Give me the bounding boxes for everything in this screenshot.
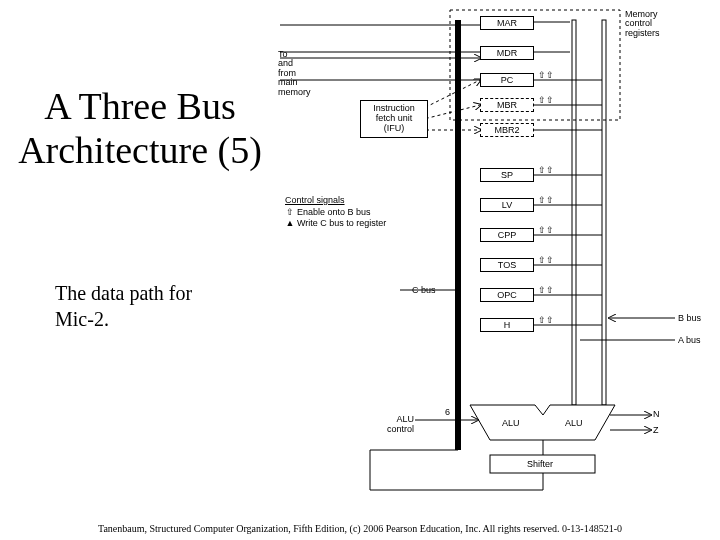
reg-mbr: MBR xyxy=(480,98,534,112)
reg-h: H xyxy=(480,318,534,332)
legend-write: Write C bus to register xyxy=(297,218,386,228)
svg-rect-1 xyxy=(455,20,461,450)
reg-mbr2: MBR2 xyxy=(480,123,534,137)
alu-label-right: ALU xyxy=(565,418,583,428)
svg-text:⇧⇧: ⇧⇧ xyxy=(538,315,554,325)
legend-enable: Enable onto B bus xyxy=(297,207,371,217)
shifter-label: Shifter xyxy=(527,459,553,469)
svg-text:⇧⇧: ⇧⇧ xyxy=(538,285,554,295)
reg-pc: PC xyxy=(480,73,534,87)
reg-sp: SP xyxy=(480,168,534,182)
reg-tos: TOS xyxy=(480,258,534,272)
svg-text:⇧⇧: ⇧⇧ xyxy=(538,255,554,265)
datapath-diagram: 6 ⇧⇧⇧⇧ ⇧⇧⇧⇧ xyxy=(280,0,720,500)
ifu-box: Instruction fetch unit (IFU) xyxy=(360,100,428,138)
svg-text:⇧⇧: ⇧⇧ xyxy=(538,165,554,175)
svg-rect-0 xyxy=(450,10,620,120)
a-bus-label: A bus xyxy=(678,335,701,345)
reg-mdr: MDR xyxy=(480,46,534,60)
alu-control-label: ALU control xyxy=(380,414,414,434)
alu-flag-z: Z xyxy=(653,425,659,435)
svg-text:⇧⇧: ⇧⇧ xyxy=(538,225,554,235)
mcr-l3: registers xyxy=(625,28,660,38)
up-arrow-open-icon: ⇧ xyxy=(285,207,295,219)
ifu-l2: fetch unit xyxy=(376,113,413,123)
svg-text:6: 6 xyxy=(445,407,450,417)
copyright-footer: Tanenbaum, Structured Computer Organizat… xyxy=(0,523,720,534)
svg-rect-3 xyxy=(602,20,606,405)
svg-rect-2 xyxy=(572,20,576,405)
memory-control-registers-label: Memory control registers xyxy=(625,10,660,38)
reg-opc: OPC xyxy=(480,288,534,302)
svg-text:⇧⇧: ⇧⇧ xyxy=(538,195,554,205)
main-memory-label: To and from main memory xyxy=(278,50,311,97)
control-signals-legend: Control signals ⇧Enable onto B bus ▲Writ… xyxy=(285,195,415,230)
reg-mar: MAR xyxy=(480,16,534,30)
svg-text:⇧⇧: ⇧⇧ xyxy=(538,95,554,105)
legend-title: Control signals xyxy=(285,195,415,207)
up-arrow-solid-icon: ▲ xyxy=(285,218,295,230)
mm-l5: memory xyxy=(278,87,311,97)
subtitle-line-1: The data path for xyxy=(55,282,192,304)
svg-text:⇧⇧: ⇧⇧ xyxy=(538,70,554,80)
page-title: A Three Bus Architecture (5) xyxy=(10,85,270,172)
page-subtitle: The data path for Mic-2. xyxy=(55,280,192,332)
alu-flag-n: N xyxy=(653,409,660,419)
subtitle-line-2: Mic-2. xyxy=(55,308,109,330)
c-bus-label: C bus xyxy=(412,285,436,295)
reg-cpp: CPP xyxy=(480,228,534,242)
alu-label-left: ALU xyxy=(502,418,520,428)
ifu-l3: (IFU) xyxy=(384,123,405,133)
b-bus-label: B bus xyxy=(678,313,701,323)
reg-lv: LV xyxy=(480,198,534,212)
ifu-l1: Instruction xyxy=(373,103,415,113)
